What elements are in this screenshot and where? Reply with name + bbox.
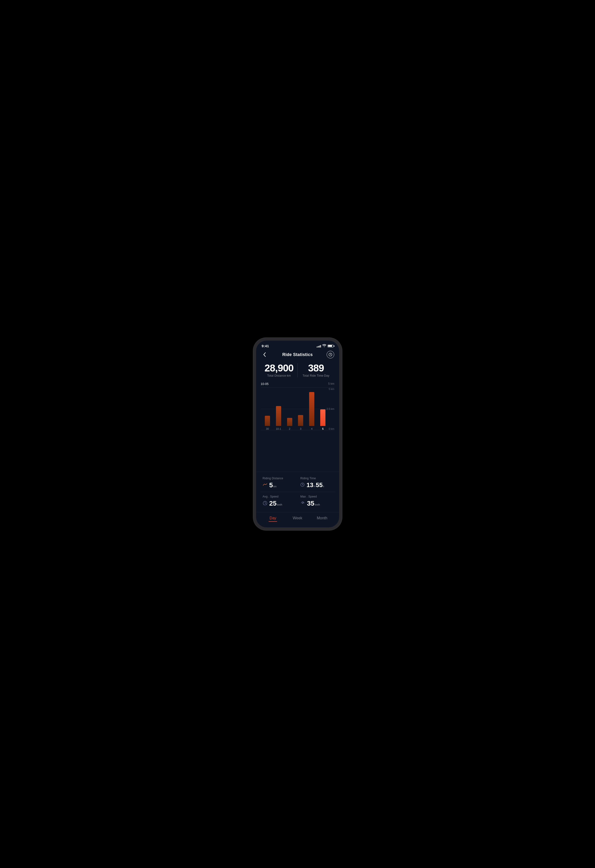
avg-speed-icon xyxy=(263,501,267,506)
riding-distance-value-row: 5km xyxy=(263,481,295,489)
max-speed-label: Max . Speed xyxy=(300,495,333,498)
signal-bar-4 xyxy=(320,345,321,347)
chart-area: 10-05 5 km 5 km 2.5 km xyxy=(256,381,339,470)
bar-group-30: 30 xyxy=(263,416,272,430)
tab-month[interactable]: Month xyxy=(310,515,334,523)
app-content: Ride Statistics 28,900 Total Distance·km xyxy=(256,349,339,527)
phone-frame-wrapper: 9:41 xyxy=(253,338,342,530)
wifi-icon xyxy=(323,344,326,348)
back-button[interactable] xyxy=(261,351,268,359)
total-distance-stat: 28,900 Total Distance·km xyxy=(261,363,298,377)
bar-label-2: 2 xyxy=(289,427,290,430)
riding-distance-label: Riding Distance xyxy=(263,477,295,480)
total-ride-time-label: Total Ride Time·Day xyxy=(302,374,329,377)
battery-fill xyxy=(328,345,332,347)
bar-label-10-1: 10-1 xyxy=(276,427,281,430)
header-title: Ride Statistics xyxy=(282,352,313,357)
header: Ride Statistics xyxy=(256,349,339,361)
tab-week-label: Week xyxy=(293,516,302,520)
signal-bars-icon xyxy=(317,345,321,347)
avg-speed-value-row: 25km/h xyxy=(263,500,295,507)
bar-label-30: 30 xyxy=(266,427,269,430)
max-speed-card: Max . Speed 35km xyxy=(298,492,336,510)
bar-30 xyxy=(265,416,270,426)
bar-4 xyxy=(309,392,314,426)
riding-distance-icon xyxy=(263,483,267,487)
chart-date-label: 10-05 xyxy=(261,382,269,386)
phone-notch xyxy=(280,341,315,348)
bar-group-4: 4 xyxy=(307,392,317,430)
max-speed-value-row: 35km/h xyxy=(300,500,333,507)
signal-bar-2 xyxy=(318,346,318,347)
tab-day-label: Day xyxy=(270,516,276,520)
chart-header: 10-05 5 km xyxy=(256,381,339,386)
total-ride-time-value: 389 xyxy=(308,363,324,373)
riding-distance-number: 5km xyxy=(269,481,277,489)
bar-label-5: 5 xyxy=(322,427,324,430)
riding-time-icon xyxy=(300,483,305,488)
stats-summary: 28,900 Total Distance·km 389 Total Ride … xyxy=(256,361,339,381)
bar-2 xyxy=(287,418,292,426)
signal-bar-1 xyxy=(317,347,317,347)
avg-speed-label: Avg . Speed xyxy=(263,495,295,498)
avg-speed-card: Avg . Speed 25km/h xyxy=(260,492,298,510)
bar-group-10-1: 10-1 xyxy=(274,406,283,430)
phone-screen: 9:41 xyxy=(256,341,339,527)
riding-time-number: 13m 55s xyxy=(306,481,324,489)
tab-week[interactable]: Week xyxy=(285,515,310,523)
history-button[interactable] xyxy=(327,351,334,359)
chart-scale-top: 5 km xyxy=(328,382,334,386)
total-distance-label: Total Distance·km xyxy=(267,374,291,377)
tab-day[interactable]: Day xyxy=(261,515,286,523)
chart-container: 5 km 2.5 km 0 km 30 xyxy=(256,386,339,438)
tab-bar: Day Week Month xyxy=(256,512,339,527)
phone-frame: 9:41 xyxy=(253,338,342,530)
max-speed-icon xyxy=(300,501,305,506)
bar-10-1 xyxy=(276,406,281,426)
clock-icon xyxy=(328,353,332,356)
signal-bar-3 xyxy=(319,345,320,347)
riding-time-card: Riding Time 13m 55s xyxy=(298,474,336,492)
avg-speed-number: 25km/h xyxy=(269,500,282,507)
bar-group-5[interactable]: 5 xyxy=(318,409,328,430)
tab-day-underline xyxy=(269,521,277,522)
riding-time-label: Riding Time xyxy=(300,477,333,480)
stats-grid: Riding Distance 5km xyxy=(256,472,339,512)
max-speed-number: 35km/h xyxy=(307,500,320,507)
status-time: 9:41 xyxy=(262,344,269,348)
battery-icon xyxy=(328,345,333,347)
bar-group-2: 2 xyxy=(285,418,295,430)
total-ride-time-stat: 389 Total Ride Time·Day xyxy=(298,363,334,377)
bars-container: 30 10-1 2 xyxy=(261,388,330,430)
riding-distance-card: Riding Distance 5km xyxy=(260,474,298,492)
riding-time-value-row: 13m 55s xyxy=(300,481,333,489)
bar-3 xyxy=(298,415,303,426)
tab-month-label: Month xyxy=(317,516,327,520)
bar-5 xyxy=(320,409,325,426)
total-distance-value: 28,900 xyxy=(265,363,293,373)
bar-label-3: 3 xyxy=(300,427,301,430)
bar-label-4: 4 xyxy=(311,427,312,430)
bar-group-3: 3 xyxy=(296,415,306,430)
status-icons xyxy=(317,344,333,348)
svg-point-3 xyxy=(302,503,303,503)
